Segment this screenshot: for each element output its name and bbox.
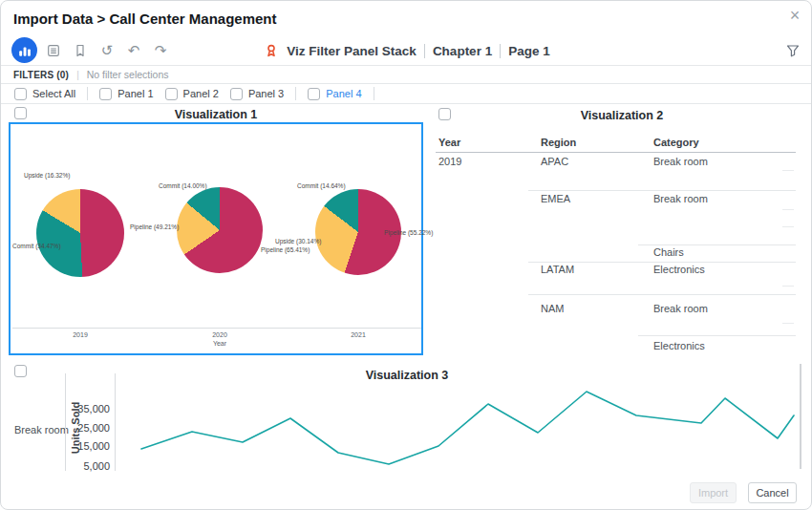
scrollbar[interactable] [800,364,801,469]
table-cell-category: Break room [653,193,708,204]
y-tick-label: 5,000 [83,461,110,472]
panel-1-checkbox[interactable] [99,88,112,100]
import-button[interactable]: Import [690,482,737,503]
filters-bar: FILTERS (0) | No filter selections [1,66,812,84]
panel-selector-bar: Select All Panel 1 Panel 2 Panel 3 Panel… [1,84,812,104]
table-cell-region: LATAM [541,264,574,275]
viz2-panel[interactable]: Visualization 2 Year Region Category 201… [431,104,812,356]
y-axis-ticks: 35,000 25,000 15,000 5,000 [68,370,110,471]
row-separator-fragment [782,226,794,227]
divider [87,87,88,100]
pie-callout: Commit (14.64%) [297,183,346,190]
panel-1-item[interactable]: Panel 1 [99,88,153,100]
viz2-title: Visualization 2 [431,109,812,122]
panel-3-item[interactable]: Panel 3 [230,88,284,100]
filter-funnel-icon[interactable] [782,40,803,61]
y-tick-label: 15,000 [77,441,110,452]
panel-4-item[interactable]: Panel 4 [308,88,361,100]
panel-3-checkbox[interactable] [230,88,243,100]
x-tick-label: 2020 [201,331,239,338]
divider: | [76,70,79,80]
filters-label: FILTERS (0) [13,70,69,80]
col-header-region: Region [541,137,576,148]
doc-title: Viz Filter Panel Stack [287,44,417,58]
table-cell-region: NAM [541,303,564,314]
table-cell-year: 2019 [438,156,461,167]
y-tick-label: 35,000 [77,404,110,414]
header-underline [436,152,796,153]
panel-2-checkbox[interactable] [165,88,178,100]
table-cell-region: APAC [541,156,568,167]
viz1-panel[interactable]: Upside (16.32%) Pipeline (49.21%) Commit… [9,122,423,355]
table-cell-region: EMEA [541,193,570,204]
import-data-dialog: Import Data > Call Center Management × ↺… [0,0,812,510]
divider [65,373,66,471]
x-axis-title: Year [201,340,239,347]
y-tick-label: 25,000 [77,423,110,434]
row-separator-fragment [782,323,794,324]
panel-2-label: Panel 2 [183,88,219,99]
row-separator [638,335,796,336]
row-separator [528,262,796,263]
bookmark-icon[interactable] [70,40,91,61]
select-all-checkbox[interactable] [14,88,27,100]
select-all-item[interactable]: Select All [14,88,75,100]
select-all-label: Select All [32,88,75,99]
toolbar: ↺ ↶ ↷ Viz Filter Panel Stack Chapter 1 P… [1,35,812,66]
pie-callout: Upside (30.14%) [275,239,321,245]
panel-1-label: Panel 1 [118,88,153,99]
x-tick-label: 2019 [61,331,99,338]
row-separator [638,244,796,245]
table-cell-category: Break room [653,156,708,167]
panel-3-label: Panel 3 [248,88,284,99]
pie-callout: Commit (34.47%) [12,244,61,250]
history-icon[interactable]: ↺ [96,40,118,61]
table-cell-category: Electronics [653,340,705,351]
pie-callout: Pipeline (49.21%) [130,224,179,231]
row-separator-fragment [782,170,794,171]
pie-2019[interactable] [36,189,124,277]
col-header-year: Year [438,137,460,148]
table-cell-category: Break room [653,303,708,314]
medal-icon [264,43,279,58]
pie-callout: Upside (16.32%) [24,173,70,180]
viz3-row-label: Break room [14,424,69,436]
row-separator [528,294,796,295]
viz3-line [115,370,801,473]
pie-callout: Pipeline (65.41%) [261,247,310,254]
bar-chart-icon [17,43,32,58]
cancel-button[interactable]: Cancel [748,482,797,503]
dialog-title: Import Data > Call Center Management [13,11,276,27]
x-axis-line [12,328,421,329]
redo-icon[interactable]: ↷ [150,40,171,61]
pie-2020[interactable] [177,187,263,273]
panel-4-checkbox[interactable] [308,88,320,100]
panel-2-item[interactable]: Panel 2 [165,88,219,100]
pie-callout: Pipeline (55.22%) [384,230,433,237]
list-panel-icon[interactable] [43,40,64,61]
undo-icon[interactable]: ↶ [123,40,144,61]
col-header-category: Category [653,137,699,148]
table-cell-category: Electronics [653,264,705,275]
table-cell-category: Chairs [653,246,684,258]
page-label: Page 1 [508,44,550,58]
row-separator-fragment [782,286,794,287]
close-icon[interactable]: × [784,5,805,26]
divider [424,44,425,58]
panel-4-label: Panel 4 [326,88,361,99]
divider [374,87,374,100]
chapter-label: Chapter 1 [433,44,492,58]
viz3-panel[interactable]: Break room Units Sold 35,000 25,000 15,0… [1,364,812,474]
divider [295,87,296,100]
viz1-title: Visualization 1 [9,108,423,121]
row-separator-fragment [782,209,794,210]
divider [500,44,501,58]
chart-logo-button[interactable] [11,37,37,63]
x-tick-label: 2021 [339,331,377,338]
filters-status: No filter selections [87,69,169,80]
row-separator [528,190,796,191]
pie-callout: Commit (14.00%) [159,183,207,190]
